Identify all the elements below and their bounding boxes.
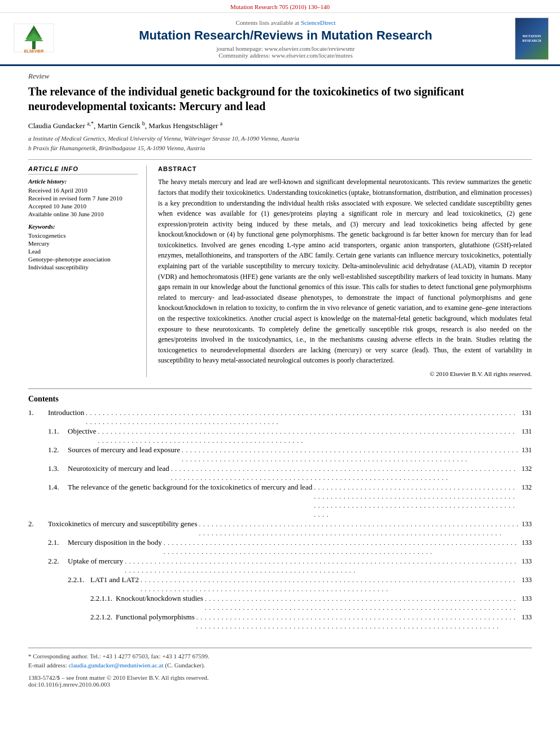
affiliations: a Institute of Medical Genetics, Medical…	[28, 134, 532, 152]
toc-label-2-2-1-1: Knockout/knockdown studies	[116, 594, 203, 603]
authors-text: Claudia Gundacker a,*, Martin Gencik b, …	[28, 121, 222, 130]
toc-num-2: 2.	[28, 519, 48, 528]
toc-label-2-2-1-2: Functional polymorphisms	[116, 613, 195, 622]
copyright: © 2010 Elsevier B.V. All rights reserved…	[158, 370, 532, 377]
journal-links: journal homepage: www.elsevier.com/locat…	[68, 45, 504, 59]
toc-dots-1	[86, 408, 519, 426]
top-bar: Mutation Research 705 (2010) 130–140	[0, 0, 560, 13]
toc-item-2-2-1: 2.2.1. LAT1 and LAT2 133	[28, 575, 532, 593]
abstract-heading: ABSTRACT	[158, 165, 532, 172]
journal-center-info: Contents lists available at ScienceDirec…	[68, 19, 504, 59]
main-content: Review The relevance of the individual g…	[0, 66, 560, 699]
toc-page-2-2: 133	[522, 557, 532, 566]
toc-label-2-2: Uptake of mercury	[68, 557, 123, 566]
keyword-1: Toxicogenetics	[28, 232, 138, 239]
toc-item-2-2-1-2: 2.2.1.2. Functional polymorphisms 133	[28, 613, 532, 631]
toc-item-1-1: 1.1. Objective 131	[28, 427, 532, 445]
toc-item-2: 2. Toxicokinetics of mercury and suscept…	[28, 519, 532, 538]
contents-available-line: Contents lists available at ScienceDirec…	[68, 19, 504, 26]
corresponding-text: * Corresponding author. Tel.: +43 1 4277…	[28, 653, 209, 659]
toc-num-2-2-1-2: 2.2.1.2.	[90, 613, 116, 622]
toc-label-1-4: The relevance of the genetic background …	[68, 483, 312, 492]
toc-label-1-2: Sources of mercury and lead exposure	[68, 445, 180, 455]
corresponding-note: * Corresponding author. Tel.: +43 1 4277…	[28, 653, 532, 659]
keyword-5: Individual susceptibility	[28, 264, 138, 270]
toc-label-1-1: Objective	[68, 427, 97, 436]
toc-num-1-2: 1.2.	[48, 445, 68, 455]
toc-dots-2-2-1-2	[196, 613, 519, 631]
community-address: Community address: www.elsevier.com/loca…	[218, 52, 353, 59]
toc-num-2-2: 2.2.	[48, 557, 68, 566]
keyword-2: Mercury	[28, 240, 138, 247]
toc-num-1-3: 1.3.	[48, 464, 68, 473]
toc-page-2: 133	[522, 520, 532, 528]
divider-1	[28, 159, 532, 160]
section-label: Review	[28, 72, 532, 81]
toc-page-1-2: 131	[522, 446, 532, 455]
toc-num-1-4: 1.4.	[48, 483, 68, 492]
history-label: Article history:	[28, 178, 138, 185]
toc-dots-2-2-1-1	[205, 594, 519, 612]
elsevier-logo: ELSEVIER	[11, 21, 56, 57]
affiliation-b: b Praxis für Humangenetik, Brünlbadgasse…	[28, 143, 532, 153]
toc-dots-2-1	[164, 538, 519, 556]
journal-homepage: journal homepage: www.elsevier.com/locat…	[217, 45, 355, 52]
paper-title: The relevance of the individual genetic …	[28, 84, 532, 113]
toc-page-2-2-1: 133	[522, 576, 532, 584]
abstract-panel: ABSTRACT The heavy metals mercury and le…	[158, 165, 532, 377]
article-body: ARTICLE INFO Article history: Received 1…	[28, 165, 532, 377]
contents-title: Contents	[28, 395, 532, 404]
toc-num-2-2-1-1: 2.2.1.1.	[90, 594, 116, 603]
toc-dots-1-3	[171, 464, 519, 482]
email-link[interactable]: claudia.gundacker@meduniwien.ac.at	[68, 662, 163, 669]
toc-item-1: 1. Introduction 131	[28, 408, 532, 426]
toc-item-1-3: 1.3. Neurotoxicity of mercury and lead 1…	[28, 464, 532, 482]
email-name: (C. Gundacker).	[165, 662, 205, 669]
history-accepted: Accepted 10 June 2010	[28, 203, 138, 209]
svg-text:ELSEVIER: ELSEVIER	[24, 49, 44, 53]
keywords-section: Keywords: Toxicogenetics Mercury Lead Ge…	[28, 223, 138, 270]
journal-header: ELSEVIER Contents lists available at Sci…	[0, 13, 560, 66]
toc-num-2-2-1: 2.2.1.	[68, 575, 90, 584]
keyword-3: Lead	[28, 248, 138, 255]
toc-page-1: 131	[522, 409, 532, 417]
toc-label-2-2-1: LAT1 and LAT2	[90, 575, 139, 584]
toc-item-2-2-1-1: 2.2.1.1. Knockout/knockdown studies 133	[28, 594, 532, 612]
toc-num-1-1: 1.1.	[48, 427, 68, 436]
keyword-4: Genotype–phenotype association	[28, 256, 138, 263]
toc-page-2-2-1-1: 133	[522, 595, 532, 603]
article-info-heading: ARTICLE INFO	[28, 165, 138, 174]
toc-page-2-2-1-2: 133	[522, 613, 532, 622]
toc-label-1: Introduction	[48, 408, 84, 417]
journal-title: Mutation Research/Reviews in Mutation Re…	[68, 28, 504, 43]
toc-label-1-3: Neurotoxicity of mercury and lead	[68, 464, 169, 473]
toc-num-1: 1.	[28, 408, 48, 417]
toc-item-1-4: 1.4. The relevance of the genetic backgr…	[28, 483, 532, 519]
journal-citation: Mutation Research 705 (2010) 130–140	[230, 3, 330, 10]
toc-dots-2-2-1	[141, 575, 519, 593]
doi-line: doi:10.1016/j.mrrev.2010.06.003	[28, 681, 532, 688]
issn-line: 1383-5742/$ – see front matter © 2010 El…	[28, 674, 532, 681]
history-received: Received 16 April 2010	[28, 187, 138, 194]
thumb-text: MUTATIONRESEARCH	[522, 34, 541, 42]
toc-label-2-1: Mercury disposition in the body	[68, 538, 162, 547]
toc-page-1-3: 132	[522, 465, 532, 473]
email-note: E-mail address: claudia.gundacker@meduni…	[28, 662, 532, 669]
toc-page-2-1: 133	[522, 539, 532, 547]
footer-bottom: 1383-5742/$ – see front matter © 2010 El…	[28, 674, 532, 688]
history-revised: Received in revised form 7 June 2010	[28, 195, 138, 202]
svg-rect-1	[32, 41, 36, 49]
footer: * Corresponding author. Tel.: +43 1 4277…	[28, 648, 532, 688]
history-online: Available online 30 June 2010	[28, 211, 138, 217]
affiliation-a: a Institute of Medical Genetics, Medical…	[28, 134, 532, 143]
keywords-label: Keywords:	[28, 223, 138, 230]
toc-item-1-2: 1.2. Sources of mercury and lead exposur…	[28, 445, 532, 464]
sciencedirect-link[interactable]: ScienceDirect	[301, 19, 336, 26]
toc-label-2: Toxicokinetics of mercury and susceptibi…	[48, 519, 197, 528]
toc-dots-1-2	[182, 445, 519, 464]
toc-item-2-2: 2.2. Uptake of mercury 133	[28, 557, 532, 575]
article-info-panel: ARTICLE INFO Article history: Received 1…	[28, 165, 147, 377]
toc-dots-2	[199, 519, 519, 538]
toc-dots-1-4	[314, 483, 519, 519]
toc-page-1-1: 131	[522, 427, 532, 436]
